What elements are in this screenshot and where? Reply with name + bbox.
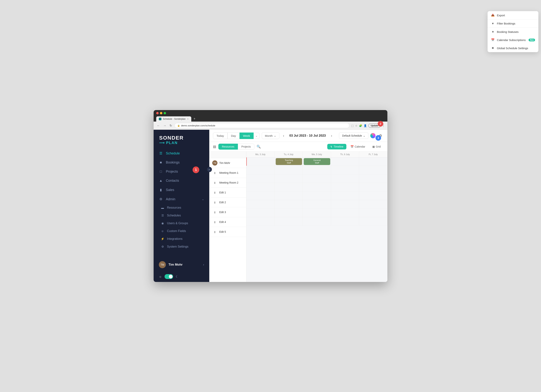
schedule-dropdown[interactable]: Default Schedule ⌄: [339, 132, 369, 139]
day-cell[interactable]: [359, 192, 387, 200]
day-cell[interactable]: [303, 200, 331, 209]
projects-button[interactable]: Projects: [238, 144, 254, 150]
list-item[interactable]: ▮ Edit 4: [209, 217, 246, 227]
day-cell[interactable]: [331, 166, 359, 174]
day-cell[interactable]: GeneralStaff: [303, 157, 331, 166]
list-item[interactable]: ▮ Meeting Room 2: [209, 178, 246, 188]
dark-mode-toggle[interactable]: [165, 274, 173, 279]
sidebar-item-contacts[interactable]: ▲ Contacts: [154, 176, 209, 185]
calendar-tab[interactable]: 📅 Calendar: [348, 144, 368, 149]
day-cell[interactable]: [359, 209, 387, 217]
sidebar-item-custom-fields[interactable]: ⛭ Custom Fields: [154, 227, 209, 235]
day-cell[interactable]: [275, 183, 303, 191]
day-cell[interactable]: [359, 157, 387, 166]
next-week-button[interactable]: ›: [329, 133, 333, 138]
day-cell[interactable]: [275, 166, 303, 174]
grid-tab[interactable]: ▦ Grid: [369, 144, 384, 149]
day-cell[interactable]: [331, 183, 359, 191]
address-bar[interactable]: 🔒 demo.sonderplan.com/schedule: [175, 123, 349, 128]
color-orb[interactable]: [370, 133, 375, 138]
resources-button[interactable]: Resources: [218, 144, 238, 150]
list-item[interactable]: ▮ Edit 5: [209, 227, 246, 237]
week-button[interactable]: Week: [239, 132, 254, 139]
day-cell[interactable]: [359, 183, 387, 191]
day-cell[interactable]: [303, 192, 331, 200]
prev-week-button[interactable]: ‹: [282, 133, 286, 138]
minimize-button[interactable]: [160, 112, 162, 114]
maximize-button[interactable]: [164, 112, 166, 114]
timeline-tab[interactable]: ↯ Timeline: [327, 144, 346, 149]
day-cell[interactable]: [331, 174, 359, 183]
sidebar-item-bookings[interactable]: ■ Bookings: [154, 158, 209, 167]
day-cell[interactable]: [275, 174, 303, 183]
list-item[interactable]: ▮ Meeting Room 1: [209, 168, 246, 178]
filter-button[interactable]: ▤: [213, 145, 216, 149]
today-button[interactable]: Today: [213, 132, 228, 139]
reload-button[interactable]: ↻: [169, 123, 173, 128]
day-cell[interactable]: [275, 217, 303, 225]
day-cell[interactable]: [331, 209, 359, 217]
sidebar-collapse-button[interactable]: «: [207, 167, 212, 172]
day-cell[interactable]: [359, 217, 387, 225]
list-item[interactable]: TM Tim Mohr: [209, 158, 246, 168]
day-cell[interactable]: [359, 200, 387, 209]
day-cell[interactable]: [246, 192, 275, 200]
sidebar-item-resources[interactable]: ▬ Resources: [154, 204, 209, 212]
sidebar-item-sales[interactable]: ▮ Sales: [154, 185, 209, 194]
day-cell[interactable]: [331, 157, 359, 166]
back-button[interactable]: ←: [156, 123, 161, 128]
day-cell[interactable]: [359, 174, 387, 183]
day-cell[interactable]: [359, 166, 387, 174]
sidebar-item-schedule[interactable]: ☰ Schedule: [154, 149, 209, 158]
day-cell[interactable]: [303, 166, 331, 174]
day-cell[interactable]: [331, 200, 359, 209]
day-cell[interactable]: [246, 157, 275, 166]
close-button[interactable]: [156, 112, 159, 114]
day-cell[interactable]: [275, 192, 303, 200]
day-cell[interactable]: [246, 183, 275, 191]
day-cell[interactable]: [303, 217, 331, 225]
sidebar-item-users-groups[interactable]: ◉ Users & Groups: [154, 220, 209, 227]
day-cell[interactable]: [246, 174, 275, 183]
list-item[interactable]: ▮ Edit 3: [209, 207, 246, 217]
sidebar-item-projects[interactable]: □ Projects: [154, 167, 209, 176]
extension-icon[interactable]: 🧩: [359, 124, 362, 127]
day-cell[interactable]: [246, 209, 275, 217]
sidebar-item-system-settings[interactable]: ⚙ System Settings: [154, 243, 209, 251]
forward-button[interactable]: →: [162, 123, 167, 128]
add-tab-button[interactable]: +: [192, 116, 197, 122]
list-item[interactable]: ▮ Edit 1: [209, 188, 246, 198]
week-dropdown-button[interactable]: ⌄: [254, 133, 260, 139]
list-item[interactable]: ▮ Edit 2: [209, 198, 246, 207]
url-text: demo.sonderplan.com/schedule: [181, 124, 215, 127]
day-cell[interactable]: [331, 217, 359, 225]
day-cell[interactable]: [275, 209, 303, 217]
custom-fields-icon: ⛭: [161, 230, 164, 233]
day-cell[interactable]: [303, 174, 331, 183]
sun-icon: ☼: [159, 275, 162, 279]
sidebar-item-admin[interactable]: ⚙ Admin ⌄: [154, 194, 209, 204]
profile-icon[interactable]: 👤: [364, 124, 367, 127]
tab-close-icon[interactable]: ✕: [187, 118, 189, 120]
screen-share-icon[interactable]: ⬚: [351, 124, 354, 127]
day-button[interactable]: Day: [228, 132, 239, 139]
active-tab[interactable]: Schedule - Sonderplan ✕: [156, 116, 191, 122]
booking-chip[interactable]: GeneralStaff: [304, 158, 330, 165]
booking-chip[interactable]: TeachingStaff: [276, 158, 302, 165]
search-button[interactable]: 🔍: [257, 145, 261, 149]
day-cell[interactable]: [275, 200, 303, 209]
day-cell[interactable]: [246, 217, 275, 225]
bookmark-icon[interactable]: ☆: [355, 124, 358, 127]
sidebar-user[interactable]: TM Tim Mohr ›: [154, 258, 209, 271]
sidebar-item-schedules[interactable]: ☰ Schedules: [154, 212, 209, 220]
sidebar-logo: SONDER ⟶ PLAN: [154, 130, 209, 149]
day-cell[interactable]: [303, 209, 331, 217]
month-button[interactable]: Month ⌄: [262, 132, 279, 139]
sidebar-item-integrations[interactable]: ⚡ Integrations: [154, 235, 209, 243]
day-cell[interactable]: [331, 192, 359, 200]
day-cell[interactable]: [303, 183, 331, 191]
day-cell[interactable]: [246, 166, 275, 174]
schedule-icon: ☰: [159, 151, 163, 155]
day-cell[interactable]: TeachingStaff: [275, 157, 303, 166]
day-cell[interactable]: [246, 200, 275, 209]
